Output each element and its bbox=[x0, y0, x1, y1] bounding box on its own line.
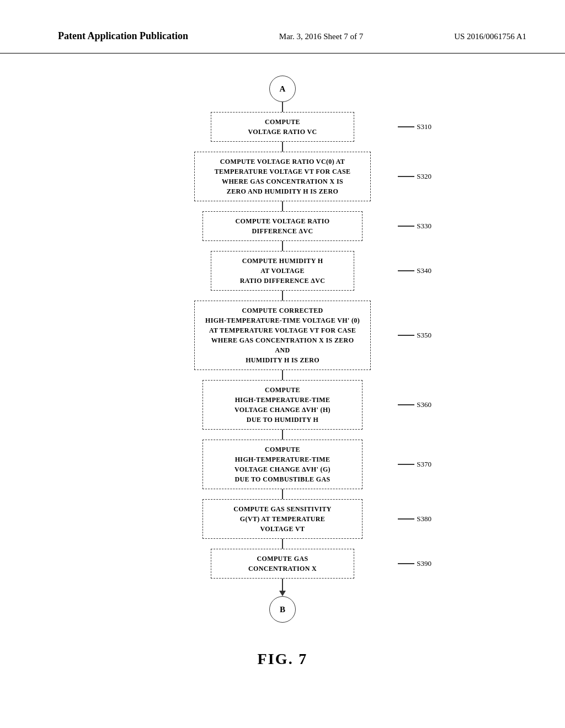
step-label-s390: S390 bbox=[398, 559, 431, 568]
header-patent-number: US 2016/0061756 A1 bbox=[454, 32, 526, 41]
process-box-s380: COMPUTE GAS SENSITIVITYG(VT) AT TEMPERAT… bbox=[202, 499, 363, 539]
step-label-s380: S380 bbox=[398, 515, 431, 523]
figure-caption: FIG. 7 bbox=[257, 650, 307, 668]
step-row-s390: COMPUTE GASCONCENTRATION X S390 bbox=[117, 549, 448, 579]
step-label-s340: S340 bbox=[398, 266, 431, 275]
step-row-s310: COMPUTEVOLTAGE RATIO VC S310 bbox=[117, 112, 448, 142]
step-label-s330: S330 bbox=[398, 222, 431, 231]
arrow-to-b bbox=[279, 579, 286, 596]
step-row-s330: COMPUTE VOLTAGE RATIODIFFERENCE ΔVC S330 bbox=[117, 211, 448, 241]
step-label-s320: S320 bbox=[398, 172, 431, 181]
connector-1 bbox=[282, 102, 283, 112]
step-row-s370: COMPUTEHIGH-TEMPERATURE-TIMEVOLTAGE CHAN… bbox=[117, 440, 448, 489]
connector-3 bbox=[282, 201, 283, 211]
step-row-s340: COMPUTE HUMIDITY HAT VOLTAGERATIO DIFFER… bbox=[117, 251, 448, 291]
process-box-s320: COMPUTE VOLTAGE RATIO VC(0) ATTEMPERATUR… bbox=[194, 152, 371, 201]
connector-9 bbox=[282, 539, 283, 549]
page: Patent Application Publication Mar. 3, 2… bbox=[0, 0, 565, 728]
process-box-s350: COMPUTE CORRECTEDHIGH-TEMPERATURE-TIME V… bbox=[194, 301, 371, 370]
connector-8 bbox=[282, 489, 283, 499]
terminal-a: A bbox=[269, 76, 296, 102]
step-label-s370: S370 bbox=[398, 460, 431, 469]
process-box-s390: COMPUTE GASCONCENTRATION X bbox=[211, 549, 354, 579]
process-box-s310: COMPUTEVOLTAGE RATIO VC bbox=[211, 112, 354, 142]
step-row-s360: COMPUTEHIGH-TEMPERATURE-TIMEVOLTAGE CHAN… bbox=[117, 380, 448, 430]
main-content: A COMPUTEVOLTAGE RATIO VC S310 COMPUTE V… bbox=[0, 53, 565, 668]
flowchart: A COMPUTEVOLTAGE RATIO VC S310 COMPUTE V… bbox=[117, 76, 448, 623]
terminal-b: B bbox=[269, 596, 296, 623]
step-label-s310: S310 bbox=[398, 122, 431, 131]
process-box-s330: COMPUTE VOLTAGE RATIODIFFERENCE ΔVC bbox=[202, 211, 363, 241]
step-row-s320: COMPUTE VOLTAGE RATIO VC(0) ATTEMPERATUR… bbox=[117, 152, 448, 201]
process-box-s360: COMPUTEHIGH-TEMPERATURE-TIMEVOLTAGE CHAN… bbox=[202, 380, 363, 430]
step-row-s350: COMPUTE CORRECTEDHIGH-TEMPERATURE-TIME V… bbox=[117, 301, 448, 370]
process-box-s340: COMPUTE HUMIDITY HAT VOLTAGERATIO DIFFER… bbox=[211, 251, 354, 291]
connector-2 bbox=[282, 142, 283, 152]
connector-6 bbox=[282, 370, 283, 380]
header-publication-label: Patent Application Publication bbox=[58, 30, 188, 42]
step-row-s380: COMPUTE GAS SENSITIVITYG(VT) AT TEMPERAT… bbox=[117, 499, 448, 539]
header-date-sheet: Mar. 3, 2016 Sheet 7 of 7 bbox=[279, 32, 363, 41]
process-box-s370: COMPUTEHIGH-TEMPERATURE-TIMEVOLTAGE CHAN… bbox=[202, 440, 363, 489]
connector-7 bbox=[282, 430, 283, 440]
step-label-s350: S350 bbox=[398, 331, 431, 340]
connector-4 bbox=[282, 241, 283, 251]
page-header: Patent Application Publication Mar. 3, 2… bbox=[0, 0, 565, 53]
step-label-s360: S360 bbox=[398, 400, 431, 409]
connector-5 bbox=[282, 291, 283, 301]
